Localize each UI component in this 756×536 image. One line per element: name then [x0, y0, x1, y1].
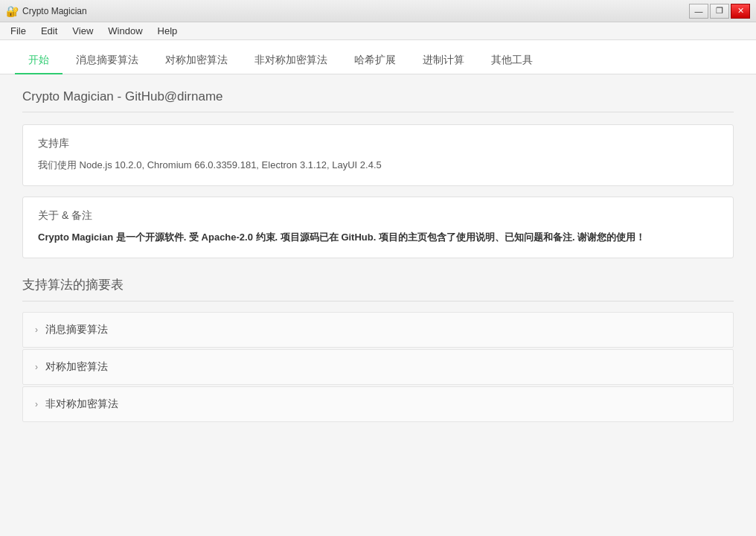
accordion-label-0: 消息摘要算法 — [45, 323, 108, 336]
menu-help[interactable]: Help — [150, 24, 185, 38]
tab-bar: 开始 消息摘要算法 对称加密算法 非对称加密算法 哈希扩展 进制计算 其他工具 — [0, 40, 756, 74]
menu-bar: File Edit View Window Help — [0, 22, 756, 40]
window-controls: — ❐ ✕ — [689, 4, 750, 19]
accordion-asymmetric[interactable]: › 非对称加密算法 — [22, 386, 734, 422]
chevron-icon-1: › — [35, 362, 38, 372]
restore-button[interactable]: ❐ — [710, 4, 729, 19]
tab-symmetric[interactable]: 对称加密算法 — [152, 48, 241, 74]
menu-window[interactable]: Window — [100, 24, 150, 38]
accordion-message-digest[interactable]: › 消息摘要算法 — [22, 312, 734, 348]
menu-edit[interactable]: Edit — [33, 24, 65, 38]
accordion-symmetric[interactable]: › 对称加密算法 — [22, 349, 734, 385]
menu-file[interactable]: File — [3, 24, 33, 38]
menu-view[interactable]: View — [65, 24, 100, 38]
support-library-header: 支持库 — [38, 137, 718, 150]
minimize-button[interactable]: — — [689, 4, 708, 19]
title-bar: 🔐 Crypto Magician — ❐ ✕ — [0, 0, 756, 22]
support-library-body: 我们使用 Node.js 10.2.0, Chromium 66.0.3359.… — [38, 158, 718, 173]
accordion-label-1: 对称加密算法 — [45, 360, 108, 374]
chevron-icon-0: › — [35, 325, 38, 335]
chevron-icon-2: › — [35, 399, 38, 409]
support-library-card: 支持库 我们使用 Node.js 10.2.0, Chromium 66.0.3… — [22, 124, 734, 186]
tab-asymmetric[interactable]: 非对称加密算法 — [241, 48, 341, 74]
summary-section: 支持算法的摘要表 › 消息摘要算法 › 对称加密算法 › 非对称加密算法 — [22, 276, 734, 422]
app-icon: 🔐 — [6, 5, 18, 17]
window-title: Crypto Magician — [22, 6, 689, 16]
accordion-label-2: 非对称加密算法 — [45, 398, 118, 411]
about-card: 关于 & 备注 Crypto Magician 是一个开源软件. 受 Apach… — [22, 197, 734, 258]
page-title: Crypto Magician - GitHub@dirname — [22, 89, 734, 112]
tab-other-tools[interactable]: 其他工具 — [478, 48, 546, 74]
tab-hash-extension[interactable]: 哈希扩展 — [341, 48, 409, 74]
about-body: Crypto Magician 是一个开源软件. 受 Apache-2.0 约束… — [38, 230, 718, 246]
close-button[interactable]: ✕ — [731, 4, 750, 19]
summary-section-title: 支持算法的摘要表 — [22, 276, 734, 302]
tab-message-digest[interactable]: 消息摘要算法 — [63, 48, 152, 74]
tab-start[interactable]: 开始 — [15, 48, 63, 74]
tab-base-calc[interactable]: 进制计算 — [409, 48, 478, 74]
about-header: 关于 & 备注 — [38, 209, 718, 223]
main-content: Crypto Magician - GitHub@dirname 支持库 我们使… — [0, 74, 756, 536]
